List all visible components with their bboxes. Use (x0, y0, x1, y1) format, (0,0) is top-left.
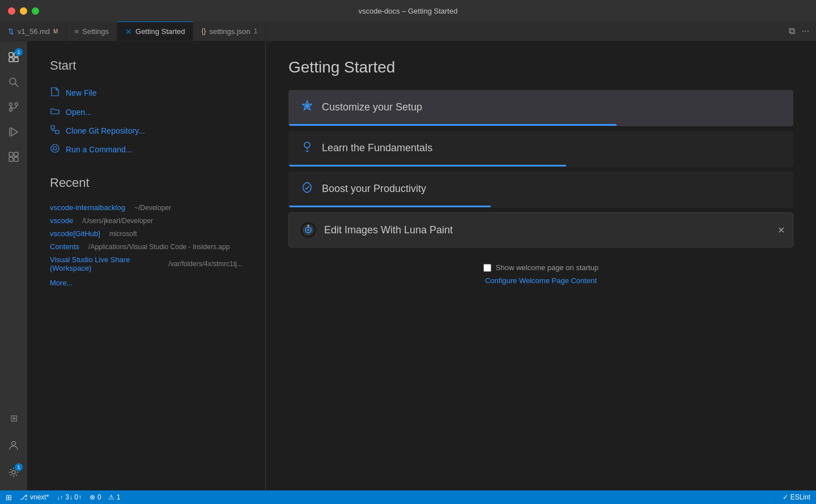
tab-v1_56[interactable]: ⇅ v1_56.md M (0, 22, 66, 41)
titlebar: vscode-docs – Getting Started (0, 0, 816, 22)
status-bar: ⊞ ⎇ vnext* ↓↑ 3↓ 0↑ ⊗ 0 ⚠ 1 ✓ ESLint (0, 490, 816, 504)
settings-icon: ≡ (74, 27, 79, 36)
explorer-badge: 1 (15, 48, 23, 56)
tab-label: Getting Started (135, 27, 185, 36)
category-card-fundamentals[interactable]: Learn the Fundamentals (288, 131, 793, 167)
activity-icon-run[interactable] (2, 121, 25, 143)
start-run-command[interactable]: Run a Command... (50, 141, 243, 157)
close-button[interactable] (8, 7, 15, 15)
open-folder-icon (50, 106, 60, 118)
luna-paint-icon (300, 222, 316, 238)
svg-point-23 (305, 104, 309, 108)
tab-number: 1 (254, 27, 258, 35)
svg-point-17 (12, 442, 16, 446)
svg-rect-19 (51, 126, 54, 129)
recent-section: Recent vscode-internalbacklog ~/Develope… (50, 176, 243, 287)
settings-badge: 1 (15, 463, 23, 471)
tab-settings-json[interactable]: {} settings.json 1 (193, 22, 266, 41)
start-clone-git[interactable]: Clone Git Repository... (50, 122, 243, 139)
svg-rect-12 (9, 152, 13, 156)
tab-settings[interactable]: ≡ Settings (66, 22, 117, 41)
svg-rect-0 (9, 53, 13, 57)
svg-point-22 (53, 147, 57, 150)
status-sync[interactable]: ↓↑ 3↓ 0↑ (57, 493, 82, 501)
recent-path-1: /Users/jkearl/Developer (82, 217, 153, 225)
category-header-customize: Customize your Setup (289, 91, 793, 124)
minimize-button[interactable] (20, 7, 27, 15)
customize-label: Customize your Setup (322, 101, 422, 113)
extension-card-luna-paint[interactable]: Edit Images With Luna Paint ✕ (288, 212, 793, 247)
activity-icon-search[interactable] (2, 71, 25, 93)
status-remote[interactable]: ⊞ (6, 493, 12, 502)
activity-icon-settings[interactable]: 1 (2, 461, 25, 484)
customize-progress (289, 124, 617, 126)
status-bar-right: ✓ ESLint (783, 493, 810, 501)
branch-icon: ⎇ (20, 493, 28, 501)
sync-label: 3↓ 0↑ (65, 493, 82, 501)
errors-icon: ⊗ (90, 493, 95, 501)
start-new-file[interactable]: New File (50, 84, 243, 101)
svg-point-6 (10, 103, 12, 106)
svg-line-5 (15, 84, 19, 87)
fundamentals-progress (289, 165, 566, 166)
main-layout: 1 (0, 41, 816, 490)
activity-icon-source-control[interactable] (2, 96, 25, 118)
recent-path-0: ~/Developer (134, 204, 171, 212)
startup-checkbox-row: Show welcome page on startup (483, 263, 598, 272)
category-card-productivity[interactable]: Boost your Productivity (288, 172, 793, 208)
fundamentals-icon (300, 140, 314, 156)
status-eslint[interactable]: ✓ ESLint (783, 493, 810, 501)
tab-label: settings.json (209, 27, 250, 36)
productivity-label: Boost your Productivity (322, 183, 426, 195)
recent-item-4[interactable]: Visual Studio Live Share (Workspace) /va… (50, 254, 243, 274)
status-branch[interactable]: ⎇ vnext* (20, 493, 49, 501)
category-card-customize[interactable]: Customize your Setup (288, 90, 793, 126)
maximize-button[interactable] (32, 7, 39, 15)
eslint-label: ✓ ESLint (783, 493, 810, 501)
category-header-productivity: Boost your Productivity (289, 172, 793, 206)
svg-point-24 (304, 142, 310, 148)
start-open[interactable]: Open... (50, 104, 243, 120)
activity-icon-remote[interactable]: ⊞ (2, 407, 25, 429)
svg-rect-20 (56, 130, 59, 134)
warnings-icon: ⚠ (108, 493, 114, 501)
more-link[interactable]: More... (50, 279, 243, 287)
recent-item-1[interactable]: vscode /Users/jkearl/Developer (50, 215, 243, 227)
fundamentals-label: Learn the Fundamentals (322, 142, 432, 154)
svg-point-18 (12, 471, 15, 474)
luna-paint-close-icon[interactable]: ✕ (777, 225, 785, 236)
branch-label: vnext* (30, 493, 49, 501)
content-area: Start New File Open... (27, 41, 816, 490)
clone-icon (50, 125, 60, 136)
tab-getting-started[interactable]: ✕ Getting Started (117, 22, 193, 41)
activity-icon-explorer[interactable]: 1 (2, 46, 25, 69)
recent-item-3[interactable]: Contents /Applications/Visual Studio Cod… (50, 241, 243, 253)
recent-name-2: vscode[GitHub] (50, 229, 100, 238)
recent-name-0: vscode-internalbacklog (50, 203, 125, 212)
activity-icon-account[interactable] (2, 434, 25, 456)
run-command-icon (50, 143, 60, 155)
recent-item-2[interactable]: vscode[GitHub] microsoft (50, 228, 243, 240)
remote-icon: ⊞ (6, 493, 12, 502)
more-actions-icon[interactable]: ··· (800, 25, 811, 37)
window-title: vscode-docs – Getting Started (359, 7, 458, 15)
svg-rect-14 (9, 157, 13, 161)
recent-item-0[interactable]: vscode-internalbacklog ~/Developer (50, 202, 243, 213)
show-welcome-checkbox[interactable] (483, 264, 491, 272)
customize-icon (300, 100, 314, 115)
recent-name-3: Contents (50, 242, 79, 251)
new-file-label: New File (66, 88, 96, 97)
getting-started-title: Getting Started (288, 58, 793, 76)
recent-path-4: /var/folders/4x/stmrc1tj... (168, 260, 243, 268)
productivity-progress (289, 206, 491, 207)
activity-icon-extensions[interactable] (2, 146, 25, 168)
configure-welcome-link[interactable]: Configure Welcome Page Content (485, 276, 597, 285)
category-header-fundamentals: Learn the Fundamentals (289, 131, 793, 165)
svg-point-29 (307, 229, 309, 231)
split-editor-icon[interactable]: ⧉ (787, 25, 797, 37)
tab-label: v1_56.md (18, 27, 50, 36)
vscode-icon: ✕ (125, 27, 132, 36)
status-errors[interactable]: ⊗ 0 ⚠ 1 (90, 493, 120, 501)
recent-name-4: Visual Studio Live Share (Workspace) (50, 255, 159, 272)
recent-name-1: vscode (50, 216, 73, 225)
